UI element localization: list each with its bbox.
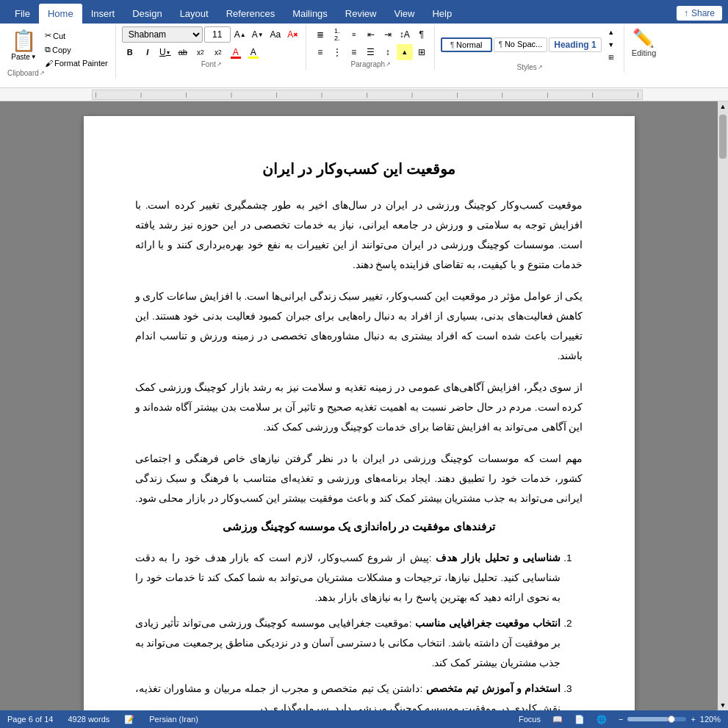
styles-scroll-up-button[interactable]: ▲	[603, 26, 619, 38]
tab-review[interactable]: Review	[336, 4, 386, 24]
increase-indent-button[interactable]: ⇥	[380, 26, 396, 43]
styles-scroll-down-button[interactable]: ▼	[603, 39, 619, 51]
document-paragraph-1: موقعیت کسب‌وکار کوچینگ ورزشی در ایران در…	[135, 195, 583, 275]
tab-file[interactable]: File	[6, 4, 39, 24]
cut-icon: ✂	[45, 31, 51, 40]
paste-icon: 📋	[11, 29, 37, 53]
document-page[interactable]: موقعیت این کسب‌وکار در ایران موقعیت کسب‌…	[84, 116, 635, 710]
multilevel-list-button[interactable]: ≡	[346, 26, 362, 43]
document-container: موقعیت این کسب‌وکار در ایران موقعیت کسب‌…	[0, 101, 728, 710]
share-icon: ↑	[684, 8, 688, 18]
scroll-thumb[interactable]	[719, 115, 727, 159]
share-button[interactable]: ↑ Share	[677, 6, 722, 21]
tab-home[interactable]: Home	[39, 4, 82, 24]
clipboard-group: 📋 Paste ▼ ✂ Cut ⧉ Copy 🖌 Format Painter	[3, 25, 116, 79]
cut-button[interactable]: ✂ Cut	[42, 29, 111, 42]
font-name-select[interactable]: Shabnam	[122, 26, 203, 43]
line-spacing-button[interactable]: ↕	[380, 44, 396, 60]
tab-help[interactable]: Help	[423, 4, 461, 24]
numbering-button[interactable]: 1.2.	[329, 26, 345, 43]
paste-dropdown-icon[interactable]: ▼	[31, 54, 37, 60]
print-layout-icon[interactable]: 📄	[574, 715, 585, 724]
style-no-space[interactable]: ¶ No Spac...	[494, 37, 548, 52]
document-title: موقعیت این کسب‌وکار در ایران	[135, 160, 583, 178]
zoom-controls: − + 120%	[619, 715, 721, 724]
zoom-out-button[interactable]: −	[619, 715, 623, 724]
subscript-button[interactable]: x2	[192, 44, 209, 60]
paragraph-expand-icon[interactable]: ↗	[386, 61, 391, 68]
status-bar: Page 6 of 14 4928 words 📝 Persian (Iran)…	[0, 710, 728, 728]
document-paragraph-2: یکی از عوامل مؤثر در موقعیت این کسب‌وکار…	[135, 286, 583, 366]
strikethrough-button[interactable]: ab	[175, 44, 191, 60]
list-item-1: شناسایی و تحلیل بازار هدف :پیش از شروع ک…	[135, 548, 561, 608]
styles-scroll-buttons: ▲ ▼ ⊞	[603, 26, 619, 63]
copy-button[interactable]: ⧉ Copy	[42, 43, 111, 56]
clipboard-expand-icon[interactable]: ↗	[40, 70, 45, 76]
font-color-button[interactable]: A	[228, 44, 244, 60]
zoom-thumb[interactable]	[668, 716, 675, 723]
tab-references[interactable]: References	[217, 4, 284, 24]
editing-icon[interactable]: ✏️	[633, 28, 655, 48]
bold-button[interactable]: B	[122, 44, 138, 60]
style-heading1[interactable]: Heading 1	[549, 37, 601, 52]
tab-insert[interactable]: Insert	[82, 4, 124, 24]
font-group-label: Font ↗	[122, 60, 301, 68]
zoom-in-button[interactable]: +	[691, 715, 695, 724]
clear-format-button[interactable]: A✖	[285, 26, 301, 43]
styles-more-button[interactable]: ⊞	[603, 51, 619, 63]
paste-button[interactable]: 📋 Paste ▼	[7, 26, 40, 63]
document-scroll[interactable]: موقعیت این کسب‌وکار در ایران موقعیت کسب‌…	[0, 101, 718, 710]
status-right: Focus 📖 📄 🌐 − + 120%	[519, 715, 721, 724]
show-marks-button[interactable]: ¶	[414, 26, 430, 43]
tab-layout[interactable]: Layout	[171, 4, 217, 24]
underline-dropdown-icon[interactable]: ▼	[166, 50, 171, 55]
superscript-button[interactable]: x2	[210, 44, 226, 60]
decrease-indent-button[interactable]: ⇤	[363, 26, 379, 43]
document-paragraph-4: مهم است که موسسات کوچینگ ورزشی در ایران …	[135, 449, 583, 508]
editing-group: ✏️ Editing	[626, 25, 663, 60]
format-painter-button[interactable]: 🖌 Format Painter	[42, 57, 111, 69]
horizontal-ruler: |||||||||||||	[92, 90, 643, 100]
sort-button[interactable]: ↕A	[397, 26, 413, 43]
align-left-button[interactable]: ≡	[312, 44, 328, 60]
tab-mailings[interactable]: Mailings	[284, 4, 336, 24]
align-right-button[interactable]: ≡	[346, 44, 362, 60]
language-indicator[interactable]: Persian (Iran)	[149, 715, 198, 724]
paragraph-group-label: Paragraph ↗	[312, 60, 430, 68]
tab-view[interactable]: View	[385, 4, 423, 24]
style-normal[interactable]: ¶ Normal	[441, 37, 492, 52]
styles-expand-icon[interactable]: ↗	[538, 64, 543, 71]
editing-label: Editing	[632, 48, 657, 57]
list-item-3: استخدام و آموزش تیم متخصص :داشتن یک تیم …	[135, 679, 561, 710]
underline-button[interactable]: U ▼	[157, 44, 173, 60]
tab-design[interactable]: Design	[123, 4, 170, 24]
highlight-button[interactable]: A	[245, 44, 262, 60]
read-mode-icon[interactable]: 📖	[552, 715, 563, 724]
document-paragraph-3: از سوی دیگر، افزایش آگاهی‌های عمومی در ز…	[135, 378, 583, 437]
bullets-button[interactable]: ≣	[312, 26, 328, 43]
font-group: Shabnam A▲ A▼ Aa A✖ B I U ▼ ab x2 x2 A	[118, 25, 306, 70]
document-section-title: ترفندهای موفقیت در راه‌اندازی یک موسسه ک…	[135, 520, 583, 533]
list-item-2: انتخاب موقعیت جغرافیایی مناسب :موقعیت جغ…	[135, 613, 561, 673]
zoom-slider[interactable]	[627, 717, 686, 721]
align-center-button[interactable]: ⋮	[329, 44, 345, 60]
italic-button[interactable]: I	[140, 44, 156, 60]
font-shrink-button[interactable]: A▼	[250, 26, 266, 43]
scroll-down-button[interactable]: ▼	[718, 700, 728, 710]
word-count: 4928 words	[68, 715, 109, 724]
justify-button[interactable]: ☰	[363, 44, 379, 60]
styles-group: ¶ Normal ¶ No Spac... Heading 1 ▲ ▼ ⊞ St…	[436, 25, 624, 73]
zoom-level: 120%	[700, 715, 721, 724]
focus-label[interactable]: Focus	[519, 715, 541, 724]
web-layout-icon[interactable]: 🌐	[597, 715, 607, 724]
change-case-button[interactable]: Aa	[267, 26, 284, 43]
font-size-input[interactable]	[204, 26, 231, 43]
proofing-icon: 📝	[124, 715, 134, 724]
font-expand-icon[interactable]: ↗	[217, 61, 222, 68]
shading-button[interactable]: ▲	[397, 44, 413, 60]
page-info: Page 6 of 14	[7, 715, 53, 724]
borders-button[interactable]: ⊞	[414, 44, 430, 60]
scroll-up-button[interactable]: ▲	[718, 101, 728, 112]
vertical-scrollbar[interactable]: ▲ ▼	[718, 101, 728, 710]
font-grow-button[interactable]: A▲	[232, 26, 248, 43]
